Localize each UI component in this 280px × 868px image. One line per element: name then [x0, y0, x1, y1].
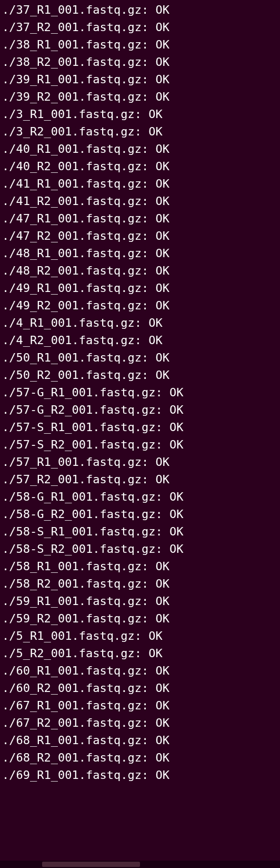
output-line: ./4_R2_001.fastq.gz: OK	[2, 331, 278, 349]
output-line: ./48_R2_001.fastq.gz: OK	[2, 262, 278, 279]
output-line: ./58-G_R2_001.fastq.gz: OK	[2, 505, 278, 523]
output-line: ./57-S_R2_001.fastq.gz: OK	[2, 436, 278, 453]
output-line: ./48_R1_001.fastq.gz: OK	[2, 245, 278, 262]
output-line: ./39_R2_001.fastq.gz: OK	[2, 88, 278, 105]
output-line: ./58_R1_001.fastq.gz: OK	[2, 558, 278, 575]
output-line: ./38_R1_001.fastq.gz: OK	[2, 36, 278, 53]
output-line: ./40_R1_001.fastq.gz: OK	[2, 140, 278, 158]
output-line: ./60_R2_001.fastq.gz: OK	[2, 679, 278, 697]
output-line: ./57_R2_001.fastq.gz: OK	[2, 471, 278, 488]
output-line: ./49_R2_001.fastq.gz: OK	[2, 297, 278, 314]
output-line: ./68_R2_001.fastq.gz: OK	[2, 749, 278, 766]
output-line: ./5_R1_001.fastq.gz: OK	[2, 627, 278, 645]
output-line: ./3_R1_001.fastq.gz: OK	[2, 105, 278, 123]
output-line: ./68_R1_001.fastq.gz: OK	[2, 732, 278, 749]
output-line: ./5_R2_001.fastq.gz: OK	[2, 645, 278, 662]
output-line: ./4_R1_001.fastq.gz: OK	[2, 314, 278, 331]
output-line: ./57_R1_001.fastq.gz: OK	[2, 453, 278, 471]
output-line: ./57-S_R1_001.fastq.gz: OK	[2, 418, 278, 436]
output-line: ./47_R2_001.fastq.gz: OK	[2, 227, 278, 245]
output-line: ./39_R1_001.fastq.gz: OK	[2, 71, 278, 88]
output-line: ./59_R1_001.fastq.gz: OK	[2, 592, 278, 610]
output-line: ./69_R1_001.fastq.gz: OK	[2, 766, 278, 784]
output-line: ./67_R2_001.fastq.gz: OK	[2, 714, 278, 732]
output-line: ./41_R2_001.fastq.gz: OK	[2, 192, 278, 210]
output-line: ./60_R1_001.fastq.gz: OK	[2, 662, 278, 679]
output-line: ./50_R2_001.fastq.gz: OK	[2, 366, 278, 384]
terminal-output: ./37_R1_001.fastq.gz: OK./37_R2_001.fast…	[2, 1, 278, 784]
output-line: ./41_R1_001.fastq.gz: OK	[2, 175, 278, 192]
output-line: ./37_R2_001.fastq.gz: OK	[2, 18, 278, 36]
output-line: ./49_R1_001.fastq.gz: OK	[2, 279, 278, 297]
output-line: ./58_R2_001.fastq.gz: OK	[2, 575, 278, 592]
output-line: ./38_R2_001.fastq.gz: OK	[2, 53, 278, 71]
output-line: ./57-G_R1_001.fastq.gz: OK	[2, 384, 278, 401]
output-line: ./3_R2_001.fastq.gz: OK	[2, 123, 278, 140]
output-line: ./58-G_R1_001.fastq.gz: OK	[2, 488, 278, 505]
output-line: ./57-G_R2_001.fastq.gz: OK	[2, 401, 278, 418]
output-line: ./58-S_R1_001.fastq.gz: OK	[2, 523, 278, 540]
output-line: ./40_R2_001.fastq.gz: OK	[2, 158, 278, 175]
output-line: ./58-S_R2_001.fastq.gz: OK	[2, 540, 278, 558]
output-line: ./47_R1_001.fastq.gz: OK	[2, 210, 278, 227]
output-line: ./37_R1_001.fastq.gz: OK	[2, 1, 278, 18]
output-line: ./67_R1_001.fastq.gz: OK	[2, 697, 278, 714]
output-line: ./59_R2_001.fastq.gz: OK	[2, 610, 278, 627]
output-line: ./50_R1_001.fastq.gz: OK	[2, 349, 278, 366]
